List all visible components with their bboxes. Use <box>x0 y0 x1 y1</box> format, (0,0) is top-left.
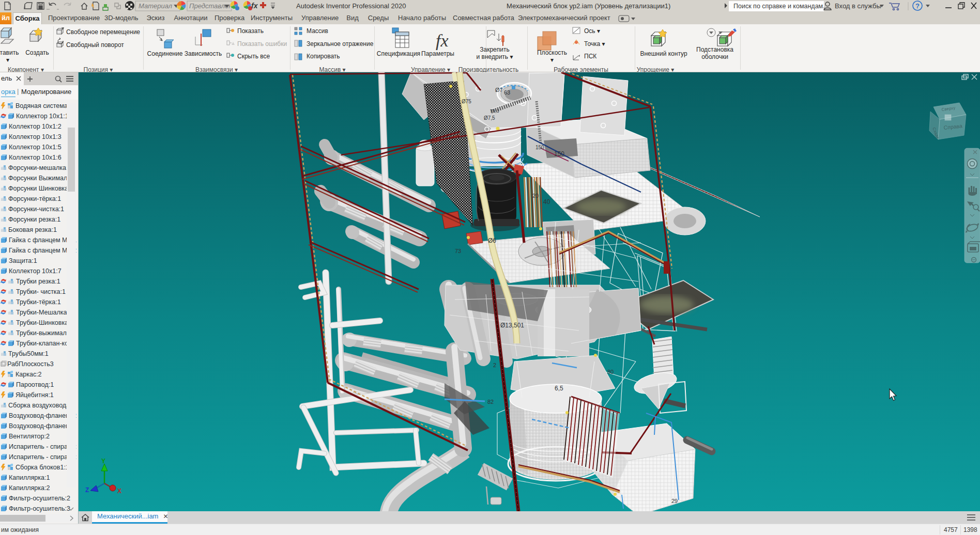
svg-text:Z: Z <box>85 486 89 494</box>
svg-text:Ø6: Ø6 <box>488 237 496 244</box>
svg-text:Ø75: Ø75 <box>462 99 471 104</box>
svg-text:Вход в службы: Вход в службы <box>835 2 881 10</box>
svg-text:Поиск по справке и командам.: Поиск по справке и командам. <box>733 3 825 10</box>
svg-text:Материал: Материал <box>139 2 173 10</box>
svg-text:150: 150 <box>535 145 544 150</box>
svg-text:80: 80 <box>607 369 614 375</box>
svg-text:2: 2 <box>493 362 496 368</box>
svg-text:82: 82 <box>487 399 494 405</box>
svg-text:?: ? <box>915 2 920 10</box>
svg-text:Ø13,501: Ø13,501 <box>500 322 524 329</box>
svg-text:40: 40 <box>543 198 550 206</box>
svg-text:X: X <box>117 487 121 495</box>
svg-text:6,5: 6,5 <box>555 385 563 392</box>
svg-text:fx: fx <box>436 31 449 50</box>
svg-text:Ø7,5: Ø7,5 <box>484 115 495 121</box>
svg-text:29: 29 <box>671 498 678 504</box>
svg-text:73: 73 <box>455 248 461 254</box>
svg-text:Ø7: Ø7 <box>495 87 503 93</box>
svg-text:20: 20 <box>532 193 539 199</box>
svg-text:70,3: 70,3 <box>490 108 499 114</box>
svg-text:63: 63 <box>504 89 510 96</box>
svg-text:150: 150 <box>554 150 564 158</box>
svg-text:fx: fx <box>251 2 258 10</box>
svg-text:Y: Y <box>101 458 105 465</box>
